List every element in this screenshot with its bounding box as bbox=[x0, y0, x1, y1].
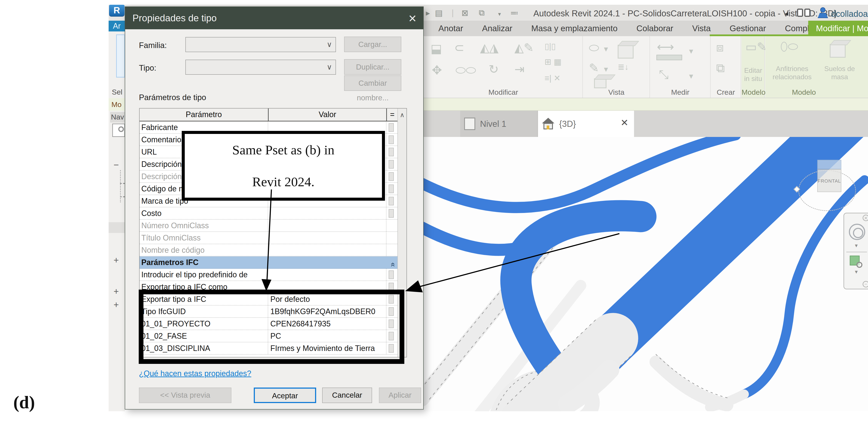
lightbulb-icon[interactable]: ⬭ bbox=[589, 42, 599, 54]
ruler-icon[interactable]: ⟷ bbox=[657, 41, 674, 53]
tree-expand-icon[interactable]: + bbox=[114, 300, 119, 310]
duplicar-button[interactable]: Duplicar... bbox=[344, 59, 401, 75]
table-row[interactable]: Número OmniClass bbox=[140, 220, 398, 232]
table-row[interactable]: Introducir el tipo predefinido de bbox=[140, 269, 398, 281]
viewcube-front-face[interactable]: FRONTAL bbox=[817, 169, 841, 192]
array-icon[interactable]: ⊞ ▦ bbox=[545, 58, 561, 66]
delete-icon[interactable]: ≡| ✕ bbox=[545, 74, 560, 82]
associate-param-cell[interactable] bbox=[386, 134, 398, 145]
quick-access-spec-icon[interactable]: ▤ bbox=[435, 8, 443, 18]
zoom-region-icon[interactable] bbox=[850, 256, 860, 265]
anfitriones-button[interactable]: Anfitriones relacionados bbox=[767, 64, 817, 81]
tree-expand-icon[interactable]: + bbox=[114, 286, 119, 297]
dialog-title[interactable]: Propiedades de tipo bbox=[125, 7, 423, 29]
navbar-close-icon[interactable]: ✕ bbox=[863, 215, 868, 221]
param-value-cell[interactable] bbox=[268, 220, 386, 231]
what-do-properties-link[interactable]: ¿Qué hacen estas propiedades? bbox=[139, 369, 251, 378]
lines-icon[interactable]: ≣↓ bbox=[618, 63, 629, 71]
table-row[interactable]: Costo bbox=[140, 207, 398, 220]
offset-icon[interactable]: ⊂ bbox=[454, 42, 464, 54]
hide-box-icon[interactable] bbox=[618, 45, 633, 59]
mirror-draw-icon[interactable]: ◭✎ bbox=[515, 42, 534, 54]
ribbon-tab[interactable]: Vista bbox=[692, 24, 711, 33]
associate-param-cell[interactable] bbox=[386, 171, 398, 182]
vista-previa-button[interactable]: << Vista previa bbox=[139, 388, 231, 403]
table-row[interactable]: Título OmniClass bbox=[140, 232, 398, 244]
associate-param-cell[interactable] bbox=[386, 220, 398, 231]
copy-icon[interactable]: ⬭⬭ bbox=[456, 64, 476, 76]
quick-access-switch-window-icon[interactable]: ⧉ bbox=[479, 8, 485, 18]
align-icon[interactable]: ⬓ bbox=[431, 43, 442, 55]
tree-selected-row[interactable] bbox=[108, 222, 125, 233]
cargar-button[interactable]: Cargar... bbox=[344, 37, 401, 52]
column-header-eq[interactable]: = bbox=[387, 109, 398, 121]
section-box-icon[interactable] bbox=[594, 78, 607, 88]
mirror-pick-icon[interactable]: ◭◮ bbox=[480, 42, 498, 54]
suelos-masa-button[interactable]: Suelos de masa bbox=[820, 64, 859, 81]
associate-param-cell[interactable] bbox=[386, 158, 398, 170]
navbar-collapse-icon[interactable]: − bbox=[863, 281, 868, 287]
associate-param-cell[interactable] bbox=[386, 232, 398, 244]
signed-in-user[interactable]: dcolladoa bbox=[831, 9, 868, 19]
quick-access-close-hidden-icon[interactable]: ⊠ bbox=[462, 8, 468, 18]
close-view-tab-icon[interactable]: ✕ bbox=[620, 117, 628, 128]
tree-collapse-icon[interactable]: − bbox=[114, 160, 119, 170]
rotate-icon[interactable]: ↻ bbox=[489, 63, 499, 75]
view-tab-nivel1[interactable]: Nivel 1 bbox=[460, 111, 538, 137]
scroll-up-icon[interactable]: ∧ bbox=[398, 111, 406, 119]
section-collapse-icon[interactable]: « bbox=[389, 262, 398, 264]
trim-extend-icon[interactable]: ⇥ bbox=[515, 63, 525, 75]
associate-param-cell[interactable] bbox=[386, 183, 398, 195]
ribbon-tab[interactable]: Analizar bbox=[482, 24, 512, 33]
quick-access-play-icon[interactable]: ▸ bbox=[426, 8, 430, 18]
move-icon[interactable]: ✥ bbox=[432, 64, 442, 76]
ribbon-tab[interactable]: Gestionar bbox=[730, 24, 766, 33]
aceptar-button[interactable]: Aceptar bbox=[254, 388, 316, 403]
group-icon[interactable]: ⧉ bbox=[716, 62, 725, 74]
tipo-combobox[interactable]: ∨ bbox=[185, 60, 336, 75]
steering-wheel-icon[interactable] bbox=[849, 224, 865, 240]
ribbon-tab[interactable]: Colaborar bbox=[637, 24, 673, 33]
dialog-close-icon[interactable]: ✕ bbox=[408, 12, 417, 25]
zoom-dropdown-icon[interactable]: ▾ bbox=[855, 269, 858, 275]
cambiar-nombre-button[interactable]: Cambiar nombre... bbox=[344, 75, 401, 91]
associate-param-cell[interactable] bbox=[386, 121, 398, 133]
editar-in-situ-button[interactable]: Editar in situ bbox=[742, 66, 765, 83]
related-hosts-icon[interactable]: ⬯⬭ bbox=[780, 40, 798, 53]
associate-param-cell[interactable] bbox=[386, 207, 398, 219]
split-icon[interactable]: ▯|▯ bbox=[545, 42, 556, 50]
column-header-valor[interactable]: Valor bbox=[269, 109, 387, 121]
associate-param-cell[interactable] bbox=[386, 195, 398, 207]
table-row[interactable]: Parámetros IFC« bbox=[140, 256, 398, 269]
select-tool-fragment[interactable] bbox=[116, 34, 125, 78]
revit-app-button[interactable]: R bbox=[109, 5, 125, 16]
title-back-icon[interactable]: ◂ bbox=[784, 9, 788, 18]
viewcube-top-face[interactable] bbox=[817, 160, 841, 169]
associate-param-cell[interactable] bbox=[386, 146, 398, 158]
ribbon-tab[interactable]: Masa y emplazamiento bbox=[531, 24, 617, 33]
column-header-parametro[interactable]: Parámetro bbox=[140, 109, 269, 121]
tab-modificar-contextual[interactable]: Modificar | Mo bbox=[808, 21, 868, 36]
search-binoculars-icon[interactable] bbox=[797, 9, 811, 18]
ribbon-tab[interactable]: Anotar bbox=[438, 24, 463, 33]
wheel-dropdown-icon[interactable]: ▾ bbox=[855, 242, 858, 249]
param-value-cell[interactable] bbox=[268, 269, 386, 281]
brush-icon[interactable]: ✎ bbox=[589, 62, 599, 74]
measure-line-icon[interactable]: ⤡ bbox=[659, 68, 669, 81]
quick-access-customize-icon[interactable]: ≕ bbox=[510, 8, 518, 18]
cancelar-button[interactable]: Cancelar bbox=[322, 388, 372, 403]
table-row[interactable]: Nombre de código bbox=[140, 244, 398, 256]
param-value-cell[interactable] bbox=[268, 232, 386, 244]
tab-arquitectura-fragment[interactable]: Ar bbox=[108, 21, 125, 31]
associate-param-cell[interactable] bbox=[386, 244, 398, 256]
view-tab-3d-active[interactable]: {3D} ✕ bbox=[538, 111, 634, 137]
param-value-cell[interactable] bbox=[268, 244, 386, 256]
tree-expand-icon[interactable]: + bbox=[114, 255, 119, 265]
browser-search-input[interactable] bbox=[112, 123, 125, 137]
param-value-cell[interactable] bbox=[268, 207, 386, 219]
account-person-icon[interactable] bbox=[817, 7, 829, 19]
stacked-boxes-icon[interactable]: ⧈ bbox=[716, 41, 724, 53]
aplicar-button[interactable]: Aplicar bbox=[379, 388, 421, 403]
quick-access-dropdown-icon[interactable]: ▾ bbox=[498, 11, 501, 18]
associate-param-cell[interactable] bbox=[386, 269, 398, 281]
